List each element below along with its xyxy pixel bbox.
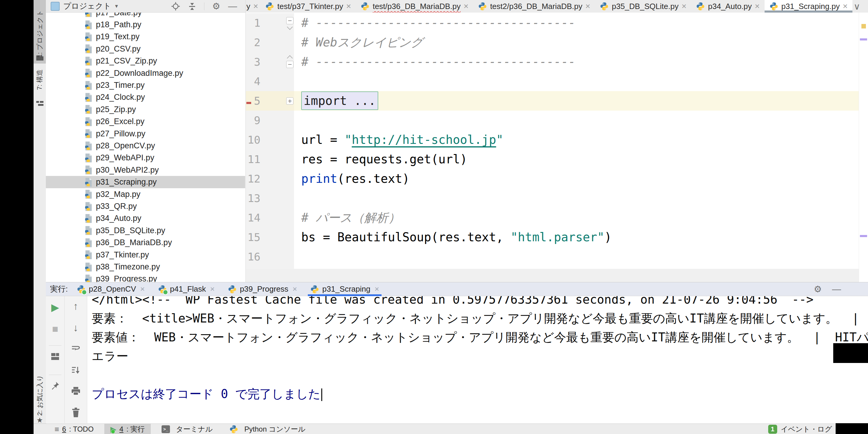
editor-hscrollbar-track[interactable]: [246, 269, 868, 282]
tree-item-p20_CSV.py[interactable]: p20_CSV.py: [46, 43, 245, 55]
editor-tab-p35_DB_SQLite-py[interactable]: p35_DB_SQLite.py×: [595, 0, 691, 12]
editor-line-9: 9: [246, 111, 859, 130]
tree-item-p28_OpenCV.py[interactable]: p28_OpenCV.py: [46, 140, 245, 152]
close-icon[interactable]: ×: [346, 1, 351, 11]
hide-icon[interactable]: —: [832, 284, 841, 294]
collapse-all-icon[interactable]: [188, 2, 196, 11]
tree-item-p31_Scraping.py[interactable]: p31_Scraping.py: [46, 176, 245, 188]
pin-icon[interactable]: [51, 381, 60, 390]
run-tab-p41_Flask[interactable]: p41_Flask×: [154, 282, 219, 296]
editor-tab-test-p37_Tkinter-py[interactable]: test/p37_Tkinter.py×: [260, 0, 356, 12]
tree-item-p19_Text.py[interactable]: p19_Text.py: [46, 31, 245, 43]
down-stacktrace-icon[interactable]: ↓: [73, 322, 78, 333]
toolbar-divider: [204, 2, 205, 10]
python-file-icon: [84, 178, 93, 187]
tree-item-p26_Excel.py[interactable]: p26_Excel.py: [46, 115, 245, 128]
rerun-icon[interactable]: ▶: [51, 302, 59, 312]
clear-all-icon[interactable]: [72, 408, 80, 417]
stripe-tab-favorites[interactable]: 2: お気に入り ★: [34, 369, 46, 427]
python-file-icon: [84, 250, 93, 259]
tree-item-p39_Progress.py[interactable]: p39_Progress.py: [46, 273, 245, 282]
close-icon[interactable]: ×: [210, 284, 215, 294]
tree-item-p34_Auto.py[interactable]: p34_Auto.py: [46, 212, 245, 224]
tree-item-p35_DB_SQLite.py[interactable]: p35_DB_SQLite.py: [46, 224, 245, 237]
code-editor[interactable]: 1−# ------------------------------------…: [246, 12, 868, 282]
tree-item-p37_Tkinter.py[interactable]: p37_Tkinter.py: [46, 249, 245, 261]
change-stripe-mark[interactable]: [860, 38, 867, 40]
print-icon[interactable]: [71, 386, 81, 396]
close-icon[interactable]: ×: [843, 1, 848, 11]
statusbar-item-[interactable]: >_ターミナル: [156, 424, 218, 434]
tree-item-p22_DownloadImage.py[interactable]: p22_DownloadImage.py: [46, 67, 245, 80]
close-icon[interactable]: ×: [585, 1, 590, 11]
close-icon[interactable]: ×: [464, 1, 468, 11]
tree-item-p33_QR.py[interactable]: p33_QR.py: [46, 200, 245, 213]
editor-tab-test2-p36_DB_MariaDB-py[interactable]: test2/p36_DB_MariaDB.py×: [473, 0, 595, 12]
settings-icon[interactable]: ⚙: [212, 1, 220, 11]
project-panel-title[interactable]: プロジェクト: [63, 1, 111, 11]
close-icon[interactable]: ×: [755, 1, 760, 11]
statusbar-item-mnemonic: 4: [119, 425, 123, 433]
editor-tab-y[interactable]: y×: [246, 0, 260, 12]
editor-tab-p31_Scraping-py[interactable]: p31_Scraping.py×: [765, 0, 853, 12]
hidden-tabs-chevron-icon[interactable]: ∨: [854, 0, 868, 12]
fold-marker-icon[interactable]: −: [285, 52, 294, 72]
project-tree: p17_Date.pyp18_Path.pyp19_Text.pyp20_CSV…: [46, 0, 245, 282]
run-tab-p39_Progress[interactable]: p39_Progress×: [224, 282, 301, 296]
stop-icon[interactable]: ■: [52, 324, 58, 334]
project-panel: p17_Date.pyp18_Path.pyp19_Text.pyp20_CSV…: [46, 0, 246, 282]
tree-item-p38_Timezone.py[interactable]: p38_Timezone.py: [46, 261, 245, 273]
tree-item-p36_DB_MariaDB.py[interactable]: p36_DB_MariaDB.py: [46, 237, 245, 249]
tree-item-p25_Zip.py[interactable]: p25_Zip.py: [46, 103, 245, 116]
tree-item-p21_CSV_Zip.py[interactable]: p21_CSV_Zip.py: [46, 55, 245, 67]
close-icon[interactable]: ×: [292, 284, 297, 294]
statusbar-item-[interactable]: ▶4: 実行: [104, 424, 151, 434]
chevron-down-icon[interactable]: ▼: [114, 4, 119, 9]
soft-wrap-icon[interactable]: [71, 344, 81, 354]
settings-icon[interactable]: ⚙: [814, 284, 822, 294]
tree-item-p27_Pillow.py[interactable]: p27_Pillow.py: [46, 128, 245, 140]
locate-icon[interactable]: [171, 2, 180, 11]
tree-item-p24_Clock.py[interactable]: p24_Clock.py: [46, 91, 245, 103]
token: # パース（解析）: [301, 211, 400, 224]
close-icon[interactable]: ×: [253, 1, 258, 11]
statusbar-item-Python[interactable]: Python コンソール: [223, 424, 311, 434]
terminal-icon: >_: [161, 425, 170, 433]
editor-tab-label: p35_DB_SQLite.py: [612, 2, 679, 11]
editor-line-10: 10url = "http://hit-school.jp": [246, 130, 859, 150]
editor-vscrollbar-track[interactable]: [859, 12, 868, 282]
line-number: 14: [246, 208, 260, 227]
python-file-icon: [84, 238, 93, 248]
token: http://hit-school.jp: [352, 133, 496, 147]
stripe-tab-project[interactable]: 1: プロジェクト: [34, 0, 46, 64]
line-number: 4: [246, 72, 260, 91]
tree-item-p23_Timer.py[interactable]: p23_Timer.py: [46, 79, 245, 91]
editor-tab-test-p36_DB_MariaDB-py[interactable]: test/p36_DB_MariaDB.py×: [356, 0, 473, 12]
warning-stripe-mark[interactable]: [861, 24, 866, 29]
python-icon: [158, 285, 167, 294]
close-icon[interactable]: ×: [375, 284, 379, 294]
tree-item-p29_WebAPI.py[interactable]: p29_WebAPI.py: [46, 152, 245, 164]
restore-layout-icon[interactable]: [51, 352, 60, 361]
tree-item-p18_Path.py[interactable]: p18_Path.py: [46, 19, 245, 31]
change-stripe-mark[interactable]: [860, 235, 867, 237]
fold-marker-icon[interactable]: −: [285, 13, 294, 33]
statusbar-item-TODO[interactable]: ≡6: TODO: [49, 424, 99, 434]
tree-item-p30_WebAPI2.py[interactable]: p30_WebAPI2.py: [46, 164, 245, 176]
token: # ------------------------------------: [301, 55, 576, 69]
run-tab-p28_OpenCV[interactable]: p28_OpenCV×: [72, 282, 149, 296]
fold-marker-icon[interactable]: +: [285, 91, 294, 111]
run-console[interactable]: </html><!-- WP Fastest Cache file was cr…: [87, 296, 868, 423]
tree-item-label: p34_Auto.py: [96, 214, 142, 223]
up-stacktrace-icon[interactable]: ↑: [73, 301, 78, 311]
close-icon[interactable]: ×: [682, 1, 686, 11]
python-file-icon: [84, 93, 93, 102]
folded-import-region[interactable]: import ...: [301, 91, 378, 110]
run-tab-p31_Scraping[interactable]: p31_Scraping×: [306, 282, 383, 296]
editor-tab-p34_Auto-py[interactable]: p34_Auto.py×: [691, 0, 764, 12]
scroll-to-end-icon[interactable]: [71, 366, 81, 375]
close-icon[interactable]: ×: [140, 284, 145, 294]
hide-icon[interactable]: —: [228, 1, 237, 11]
stripe-tab-structure[interactable]: 7: 構造: [34, 68, 46, 109]
tree-item-p32_Map.py[interactable]: p32_Map.py: [46, 188, 245, 200]
